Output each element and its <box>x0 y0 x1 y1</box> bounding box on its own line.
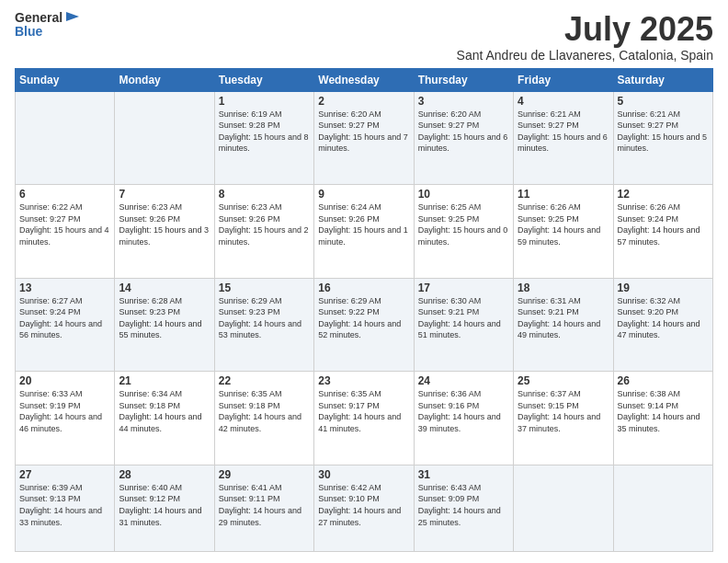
day-info: Sunrise: 6:29 AMSunset: 9:23 PMDaylight:… <box>219 295 310 341</box>
header-monday: Monday <box>115 68 214 91</box>
table-row: 31Sunrise: 6:43 AMSunset: 9:09 PMDayligh… <box>414 465 513 551</box>
calendar-week-3: 13Sunrise: 6:27 AMSunset: 9:24 PMDayligh… <box>16 278 713 372</box>
day-number: 20 <box>19 374 110 387</box>
header-saturday: Saturday <box>613 68 712 91</box>
day-number: 2 <box>318 95 409 108</box>
day-number: 15 <box>219 282 310 294</box>
table-row: 16Sunrise: 6:29 AMSunset: 9:22 PMDayligh… <box>314 278 414 372</box>
table-row: 24Sunrise: 6:36 AMSunset: 9:16 PMDayligh… <box>414 372 513 465</box>
day-info: Sunrise: 6:32 AMSunset: 9:20 PMDaylight:… <box>618 295 709 341</box>
calendar-week-5: 27Sunrise: 6:39 AMSunset: 9:13 PMDayligh… <box>16 465 713 551</box>
table-row <box>613 465 712 551</box>
table-row: 10Sunrise: 6:25 AMSunset: 9:25 PMDayligh… <box>414 185 513 279</box>
day-number: 9 <box>318 188 409 201</box>
day-info: Sunrise: 6:24 AMSunset: 9:26 PMDaylight:… <box>318 201 409 247</box>
svg-marker-0 <box>66 12 79 21</box>
header-wednesday: Wednesday <box>314 68 414 91</box>
table-row <box>16 91 115 185</box>
day-info: Sunrise: 6:25 AMSunset: 9:25 PMDaylight:… <box>418 201 509 247</box>
day-number: 24 <box>418 374 509 387</box>
day-info: Sunrise: 6:39 AMSunset: 9:13 PMDaylight:… <box>19 482 110 528</box>
day-info: Sunrise: 6:30 AMSunset: 9:21 PMDaylight:… <box>418 295 509 341</box>
day-number: 8 <box>219 188 310 201</box>
table-row: 27Sunrise: 6:39 AMSunset: 9:13 PMDayligh… <box>16 465 115 551</box>
table-row: 30Sunrise: 6:42 AMSunset: 9:10 PMDayligh… <box>314 465 414 551</box>
table-row: 19Sunrise: 6:32 AMSunset: 9:20 PMDayligh… <box>613 278 712 372</box>
day-number: 13 <box>19 282 110 294</box>
day-info: Sunrise: 6:36 AMSunset: 9:16 PMDaylight:… <box>418 388 509 434</box>
table-row: 17Sunrise: 6:30 AMSunset: 9:21 PMDayligh… <box>414 278 513 372</box>
title-area: July 2025 Sant Andreu de Llavaneres, Cat… <box>457 11 713 63</box>
table-row: 28Sunrise: 6:40 AMSunset: 9:12 PMDayligh… <box>115 465 214 551</box>
day-number: 31 <box>418 468 509 481</box>
page-header: General Blue July 2025 Sant Andreu de Ll… <box>15 11 713 63</box>
day-info: Sunrise: 6:20 AMSunset: 9:27 PMDaylight:… <box>418 109 509 155</box>
table-row: 21Sunrise: 6:34 AMSunset: 9:18 PMDayligh… <box>115 372 214 465</box>
day-number: 21 <box>119 374 210 387</box>
table-row: 3Sunrise: 6:20 AMSunset: 9:27 PMDaylight… <box>414 91 513 185</box>
day-info: Sunrise: 6:27 AMSunset: 9:24 PMDaylight:… <box>19 295 110 341</box>
day-info: Sunrise: 6:31 AMSunset: 9:21 PMDaylight:… <box>518 295 609 341</box>
day-info: Sunrise: 6:38 AMSunset: 9:14 PMDaylight:… <box>618 388 709 434</box>
day-info: Sunrise: 6:22 AMSunset: 9:27 PMDaylight:… <box>19 201 110 247</box>
table-row: 7Sunrise: 6:23 AMSunset: 9:26 PMDaylight… <box>115 185 214 279</box>
month-year-title: July 2025 <box>457 11 713 48</box>
header-tuesday: Tuesday <box>214 68 313 91</box>
header-thursday: Thursday <box>414 68 513 91</box>
day-info: Sunrise: 6:28 AMSunset: 9:23 PMDaylight:… <box>119 295 210 341</box>
day-number: 5 <box>618 95 709 108</box>
table-row: 22Sunrise: 6:35 AMSunset: 9:18 PMDayligh… <box>214 372 313 465</box>
table-row: 26Sunrise: 6:38 AMSunset: 9:14 PMDayligh… <box>613 372 712 465</box>
day-info: Sunrise: 6:20 AMSunset: 9:27 PMDaylight:… <box>318 109 409 155</box>
day-number: 28 <box>119 468 210 481</box>
table-row: 11Sunrise: 6:26 AMSunset: 9:25 PMDayligh… <box>514 185 613 279</box>
day-number: 4 <box>518 95 609 108</box>
day-number: 14 <box>119 282 210 294</box>
table-row: 8Sunrise: 6:23 AMSunset: 9:26 PMDaylight… <box>214 185 313 279</box>
table-row: 6Sunrise: 6:22 AMSunset: 9:27 PMDaylight… <box>16 185 115 279</box>
table-row: 23Sunrise: 6:35 AMSunset: 9:17 PMDayligh… <box>314 372 414 465</box>
day-number: 11 <box>518 188 609 201</box>
day-number: 25 <box>518 374 609 387</box>
calendar-table: Sunday Monday Tuesday Wednesday Thursday… <box>15 68 713 552</box>
header-sunday: Sunday <box>16 68 115 91</box>
day-number: 12 <box>618 188 709 201</box>
day-info: Sunrise: 6:35 AMSunset: 9:17 PMDaylight:… <box>318 388 409 434</box>
table-row: 12Sunrise: 6:26 AMSunset: 9:24 PMDayligh… <box>613 185 712 279</box>
day-info: Sunrise: 6:33 AMSunset: 9:19 PMDaylight:… <box>19 388 110 434</box>
table-row: 14Sunrise: 6:28 AMSunset: 9:23 PMDayligh… <box>115 278 214 372</box>
day-number: 18 <box>518 282 609 294</box>
day-number: 1 <box>219 95 310 108</box>
day-info: Sunrise: 6:23 AMSunset: 9:26 PMDaylight:… <box>219 201 310 247</box>
day-number: 27 <box>19 468 110 481</box>
day-info: Sunrise: 6:23 AMSunset: 9:26 PMDaylight:… <box>119 201 210 247</box>
day-info: Sunrise: 6:43 AMSunset: 9:09 PMDaylight:… <box>418 482 509 528</box>
day-number: 22 <box>219 374 310 387</box>
day-info: Sunrise: 6:41 AMSunset: 9:11 PMDaylight:… <box>219 482 310 528</box>
calendar-header-row: Sunday Monday Tuesday Wednesday Thursday… <box>16 68 713 91</box>
table-row: 4Sunrise: 6:21 AMSunset: 9:27 PMDaylight… <box>514 91 613 185</box>
table-row: 15Sunrise: 6:29 AMSunset: 9:23 PMDayligh… <box>214 278 313 372</box>
day-number: 17 <box>418 282 509 294</box>
day-number: 19 <box>618 282 709 294</box>
day-number: 6 <box>19 188 110 201</box>
day-info: Sunrise: 6:42 AMSunset: 9:10 PMDaylight:… <box>318 482 409 528</box>
table-row: 18Sunrise: 6:31 AMSunset: 9:21 PMDayligh… <box>514 278 613 372</box>
logo-general: General <box>15 11 81 25</box>
day-info: Sunrise: 6:37 AMSunset: 9:15 PMDaylight:… <box>518 388 609 434</box>
logo-flag-icon <box>66 12 81 25</box>
table-row <box>514 465 613 551</box>
day-info: Sunrise: 6:40 AMSunset: 9:12 PMDaylight:… <box>119 482 210 528</box>
logo-blue: Blue <box>15 25 81 39</box>
table-row: 2Sunrise: 6:20 AMSunset: 9:27 PMDaylight… <box>314 91 414 185</box>
day-info: Sunrise: 6:35 AMSunset: 9:18 PMDaylight:… <box>219 388 310 434</box>
day-number: 7 <box>119 188 210 201</box>
day-info: Sunrise: 6:19 AMSunset: 9:28 PMDaylight:… <box>219 109 310 155</box>
day-number: 23 <box>318 374 409 387</box>
table-row: 29Sunrise: 6:41 AMSunset: 9:11 PMDayligh… <box>214 465 313 551</box>
table-row: 5Sunrise: 6:21 AMSunset: 9:27 PMDaylight… <box>613 91 712 185</box>
table-row: 1Sunrise: 6:19 AMSunset: 9:28 PMDaylight… <box>214 91 313 185</box>
day-info: Sunrise: 6:21 AMSunset: 9:27 PMDaylight:… <box>518 109 609 155</box>
calendar-week-2: 6Sunrise: 6:22 AMSunset: 9:27 PMDaylight… <box>16 185 713 279</box>
table-row: 20Sunrise: 6:33 AMSunset: 9:19 PMDayligh… <box>16 372 115 465</box>
